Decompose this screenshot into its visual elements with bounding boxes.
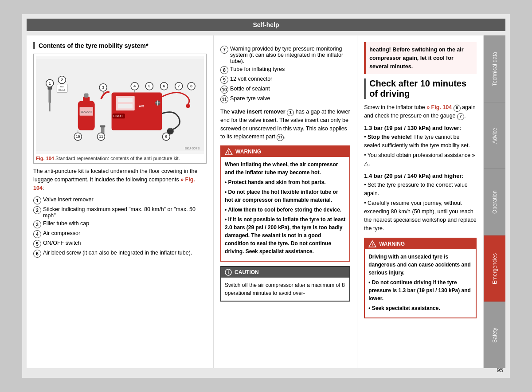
tab-operation[interactable]: Operation xyxy=(484,169,505,235)
left-section-title: Contents of the tyre mobility system* xyxy=(33,42,207,49)
svg-text:BKJ-007B: BKJ-007B xyxy=(184,146,200,150)
caution-text: Switch off the air compressor after a ma… xyxy=(225,282,345,296)
svg-text:max.: max. xyxy=(60,86,64,88)
list-item: 3 Filler tube with cap xyxy=(33,220,207,228)
num-8: 8 xyxy=(220,66,228,74)
svg-rect-19 xyxy=(169,128,172,129)
figure-box: AIR ON/OFF SEALANT xyxy=(33,54,207,164)
warning-triangle-icon-2: ! xyxy=(368,240,376,247)
header-title: Self-help xyxy=(253,21,279,28)
svg-text:2: 2 xyxy=(61,78,63,82)
svg-rect-21 xyxy=(48,88,51,103)
middle-panel: 7 Warning provided by tyre pressure moni… xyxy=(214,35,357,368)
svg-text:6: 6 xyxy=(163,84,165,88)
svg-point-20 xyxy=(186,104,190,108)
svg-rect-13 xyxy=(84,93,88,97)
list-item: 2 Sticker indicating maximum speed "max.… xyxy=(33,206,207,219)
component-list: 1 Valve insert remover 2 Sticker indicat… xyxy=(33,196,207,258)
svg-text:SEALANT: SEALANT xyxy=(81,110,92,113)
warning-body-1: When inflating the wheel, the air compre… xyxy=(221,157,349,261)
pressure-high-title: 1.4 bar (20 psi / 140 kPa) and higher: xyxy=(364,172,477,179)
warning-body-2: Driving with an unsealed tyre is dangero… xyxy=(365,249,476,318)
caution-body: Switch off the air compressor after a ma… xyxy=(221,278,349,301)
valve-text: The valve insert remover 1 has a gap at … xyxy=(220,108,350,141)
main-content: Contents of the tyre mobility system* AI… xyxy=(27,35,505,368)
num-2: 2 xyxy=(33,206,41,214)
svg-text:4: 4 xyxy=(133,84,136,88)
list-item: 7 Warning provided by tyre pressure moni… xyxy=(220,46,350,64)
num-5: 5 xyxy=(33,240,41,248)
svg-text:ON/OFF: ON/OFF xyxy=(113,114,124,118)
warning-label-1: WARNING xyxy=(235,149,261,155)
caution-label: CAUTION xyxy=(235,269,259,275)
svg-text:!: ! xyxy=(228,150,230,155)
heating-warning: heating! Before switching on the air com… xyxy=(364,42,477,74)
tab-technical-data[interactable]: Technical data xyxy=(484,35,505,102)
num-1: 1 xyxy=(33,196,41,204)
warning-label-2: WARNING xyxy=(379,241,405,247)
num-7: 7 xyxy=(220,46,228,54)
num-3: 3 xyxy=(33,220,41,228)
tab-emergencies[interactable]: Emergencies xyxy=(484,235,505,302)
svg-text:3: 3 xyxy=(102,85,104,90)
tab-bar: Technical data Advice Operation Emergenc… xyxy=(484,35,505,368)
warning-box-1: ! WARNING When inflating the wheel, the … xyxy=(220,145,350,262)
caution-header: i CAUTION xyxy=(221,267,349,278)
num-10: 10 xyxy=(220,86,228,94)
figure-caption: Fig. 104 Standard representation: conten… xyxy=(36,156,204,161)
pressure-high-item-1: Set the tyre pressure to the correct val… xyxy=(364,181,477,198)
page-number: 95 xyxy=(497,367,503,373)
check-section-title: Check after 10 minutes of driving xyxy=(364,78,477,99)
num-11: 11 xyxy=(220,95,228,103)
svg-rect-17 xyxy=(100,125,105,127)
list-item: 6 Air bleed screw (it can also be integr… xyxy=(33,250,207,258)
figure-content: AIR ON/OFF SEALANT xyxy=(36,56,204,154)
svg-text:9: 9 xyxy=(165,134,167,139)
pressure-low-title: 1.3 bar (19 psi / 130 kPa) and lower: xyxy=(364,125,477,131)
warning-header-1: ! WARNING xyxy=(221,146,349,157)
svg-text:10: 10 xyxy=(76,134,80,139)
list-item: 5 ON/OFF switch xyxy=(33,240,207,248)
svg-text:80km/h: 80km/h xyxy=(59,89,66,91)
left-panel: Contents of the tyre mobility system* AI… xyxy=(27,35,214,368)
check-description: Screw in the inflator tube » Fig. 104 8 … xyxy=(364,103,477,120)
num-6: 6 xyxy=(33,250,41,258)
caution-circle-icon: i xyxy=(225,269,232,276)
svg-rect-4 xyxy=(118,104,133,108)
svg-text:7: 7 xyxy=(178,84,180,88)
header-bar: Self-help xyxy=(27,19,505,31)
list-item: 11 Spare tyre valve xyxy=(220,95,350,103)
warning-header-2: ! WARNING xyxy=(365,239,476,249)
svg-text:11: 11 xyxy=(99,134,103,139)
list-item: 8 Tube for inflating tyres xyxy=(220,66,350,74)
list-item: 4 Air compressor xyxy=(33,230,207,238)
pressure-high-item-2: Carefully resume your journey, without e… xyxy=(364,199,477,232)
svg-rect-3 xyxy=(118,98,133,102)
pressure-low-item-1: Stop the vehicle! The tyre cannot be sea… xyxy=(364,133,477,150)
page-container: Self-help Contents of the tyre mobility … xyxy=(22,14,510,378)
svg-text:5: 5 xyxy=(149,84,151,88)
list-item: 1 Valve insert remover xyxy=(33,196,207,204)
num-9: 9 xyxy=(220,76,228,84)
list-item: 9 12 volt connector xyxy=(220,76,350,84)
warning-box-2: ! WARNING Driving with an unsealed tyre … xyxy=(364,238,477,318)
pressure-low-item-2: You should obtain professional assistanc… xyxy=(364,151,477,168)
svg-text:1: 1 xyxy=(49,81,51,86)
svg-text:!: ! xyxy=(372,243,373,247)
svg-text:AIR: AIR xyxy=(139,105,144,108)
middle-component-list: 7 Warning provided by tyre pressure moni… xyxy=(220,46,350,103)
list-item: 10 Bottle of sealant xyxy=(220,86,350,94)
warning-triangle-icon: ! xyxy=(225,148,233,155)
caution-box: i CAUTION Switch off the air compressor … xyxy=(220,266,350,302)
tab-safety[interactable]: Safety xyxy=(484,302,505,368)
intro-text: The anti-puncture kit is located underne… xyxy=(33,167,207,192)
figure-label: Fig. 104 xyxy=(36,156,54,161)
svg-text:8: 8 xyxy=(190,84,192,88)
figure-illustration: AIR ON/OFF SEALANT xyxy=(36,56,204,154)
figure-caption-text: Standard representation: contents of the… xyxy=(55,156,180,161)
tab-advice[interactable]: Advice xyxy=(484,102,505,169)
num-4: 4 xyxy=(33,230,41,238)
right-panel: heating! Before switching on the air com… xyxy=(357,35,484,368)
svg-text:i: i xyxy=(228,270,229,275)
